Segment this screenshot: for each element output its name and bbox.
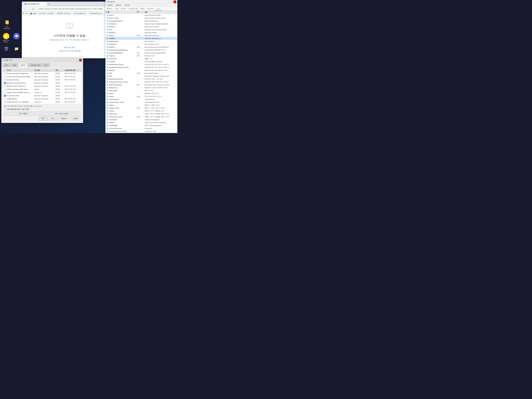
tm-maximize-btn[interactable]: □ <box>171 0 173 3</box>
header-date[interactable]: 사용 중단한 날짜 <box>65 69 81 71</box>
sysconfig-tab-boot[interactable]: 부팅 <box>10 63 18 67</box>
bookmark-naver[interactable]: N 네이버 :: 나의 경쟁... <box>38 12 55 15</box>
tm-service-row[interactable]: CaptureServiceCaptureService <box>105 98 177 101</box>
tm-service-row[interactable]: AdobeUpdateServiceAdobeUpdateService <box>105 19 177 22</box>
svc-checkbox[interactable] <box>4 89 6 90</box>
tm-service-row[interactable]: AssignedAccessManagerSvcAssignedAccessMa… <box>105 49 177 51</box>
help-btn[interactable]: 도움말 <box>70 117 80 120</box>
tm-tab-users[interactable]: 사용자 <box>139 7 146 10</box>
tm-service-row[interactable]: ALGApplication Layer Gateway Service <box>105 28 177 31</box>
chrome-tab-active[interactable]: G www.google.com ✕ <box>23 2 47 6</box>
tm-menu-file[interactable]: 파일(F) <box>107 4 113 6</box>
tm-service-row[interactable]: bthservBluetooth 지원 서비스 <box>105 92 177 95</box>
svc-checkbox[interactable] <box>4 85 6 87</box>
chrome-forward-btn[interactable]: → <box>27 7 31 11</box>
tm-service-row[interactable]: BthAvctpSvcAVCTP 서비스 <box>105 89 177 92</box>
tm-service-row[interactable]: ClipSVCClient License Service (ClipSVC) <box>105 121 177 124</box>
hide-ms-label[interactable]: 모든 Microsoft 서비스 숨기기(H) <box>6 108 29 110</box>
tm-close-btn[interactable]: ✕ <box>174 0 176 3</box>
bookmark-apps[interactable]: 앱 <box>25 12 28 15</box>
svc-config-row[interactable]: Function Discovery Resource Public...Mic… <box>3 75 82 78</box>
tm-tab-performance[interactable]: 성능 <box>114 7 120 10</box>
sysconfig-tab-tools[interactable]: 도구 <box>42 63 50 67</box>
tm-service-row[interactable]: CDPSvc연결된 디바이스 플랫폼 서비스 <box>105 109 177 112</box>
tm-service-row[interactable]: AppIDSvcApplication Identity <box>105 31 177 34</box>
tm-service-row[interactable]: CDPUserSvc연결된 디바이스 플랫폼 사용자 서비스 <box>105 112 177 115</box>
network-diag-link[interactable]: 네트워크 진단 프로그램 실행 <box>59 50 81 52</box>
tm-service-row[interactable]: ConsentUxUserSvc_34141ConsentUX_34141 <box>105 130 177 133</box>
tm-service-row[interactable]: CoreMessagingRegistrar1732CoreMessaging <box>105 133 177 133</box>
cancel-btn[interactable]: 취소 <box>48 117 57 120</box>
tm-tab-startup[interactable]: 시작프로그램 <box>127 7 139 10</box>
tm-menu-options[interactable]: 옵션(O) <box>115 4 122 6</box>
svc-config-row[interactable]: File History ServiceMicrosoft Corporatio… <box>3 78 82 81</box>
tm-service-row[interactable]: BFE2108Base Filtering Engine <box>105 72 177 75</box>
dns-link[interactable]: DNS 설정 확인 <box>64 46 75 49</box>
tm-service-row[interactable]: Appinfo4200Application Information <box>105 34 177 37</box>
header-status[interactable]: 상태 <box>55 69 65 71</box>
hide-ms-checkbox[interactable] <box>4 108 6 110</box>
tm-header-name[interactable]: 이름 <box>107 11 137 13</box>
svc-checkbox[interactable] <box>4 82 6 84</box>
tm-service-row[interactable]: COMSysAppCOM+ System Application <box>105 124 177 127</box>
tm-service-row[interactable]: cbdhsvc클립보드 사용자 서비스 <box>105 104 177 107</box>
svc-config-row[interactable]: Group Policy ClientMicrosoft Corporation… <box>3 94 82 97</box>
tm-service-row[interactable]: BITSBackground Intelligent Transfer Serv… <box>105 75 177 78</box>
chrome-tab-close-btn[interactable]: ✕ <box>43 3 45 5</box>
enable-all-btn[interactable]: 모두 사용(E) <box>4 112 42 116</box>
tm-service-row[interactable]: AppMgmtApplication Management <box>105 37 177 40</box>
tm-menu-view[interactable]: 보기(V) <box>124 4 130 6</box>
bookmark-twitch[interactable]: 📺 Twitch <box>29 12 38 15</box>
bookmark-lol[interactable]: 리그오브레전드 (L... <box>73 12 88 15</box>
svc-config-row[interactable]: Google 업데이트 서비스 (gupdate)Google Inc중지됨20… <box>3 100 82 104</box>
svc-config-row[interactable]: GraphicsPerfSvcMicrosoft Corporation중지됨2… <box>3 97 82 100</box>
tm-tab-services[interactable]: 서비스 <box>155 7 162 10</box>
svc-checkbox[interactable] <box>4 76 6 78</box>
svc-checkbox[interactable] <box>4 95 6 97</box>
desktop-icon-video[interactable]: 🎬 <box>2 45 11 52</box>
tm-service-row[interactable]: AppXSvc3032AppX Deployment Service (AppX… <box>105 46 177 49</box>
svc-checkbox[interactable] <box>4 92 6 93</box>
sysconfig-tab-services[interactable]: 서비스 <box>18 63 28 67</box>
tm-service-row[interactable]: BDESVCBitLocker Drive Encryption Service <box>105 69 177 72</box>
ok-btn[interactable]: 확인 <box>39 117 47 120</box>
tm-tab-apphistory[interactable]: 앱 기록 <box>120 7 127 10</box>
desktop-icon-potplayer[interactable]: ▶ 팟플레이어64 비트 <box>2 33 11 43</box>
tm-tab-details[interactable]: 세부 정보 <box>146 7 155 10</box>
apply-btn[interactable]: 적용(A) <box>58 117 69 120</box>
tm-service-row[interactable]: CertPropSvcCertificate Propagation <box>105 118 177 121</box>
tm-service-row[interactable]: Audiosrv1264Windows Audio <box>105 54 177 57</box>
chrome-new-tab-btn[interactable]: + <box>47 2 51 6</box>
tm-service-row[interactable]: BTAGServiceBluetooth 오디오 게이트웨이 서비스 <box>105 86 177 89</box>
tm-service-row[interactable]: autotimesvc셀룰러 시간 <box>105 57 177 60</box>
svc-checkbox[interactable] <box>4 98 6 100</box>
svc-checkbox[interactable] <box>4 79 6 81</box>
tm-service-row[interactable]: BcastDVRUserService_34141GameDVR 및 브로드캐스… <box>105 66 177 69</box>
tm-service-row[interactable]: AudioEndpointBuilder1512Windows Audio En… <box>105 51 177 54</box>
tm-service-row[interactable]: cbdhsvc_341411816클립보드 사용자 서비스_34141 <box>105 107 177 109</box>
tm-service-row[interactable]: BluetoothUserService_34141Bluetooth 사용자 … <box>105 81 177 83</box>
chrome-address-bar[interactable]: ℹ google.com/search?q=컴퓨터+본체+갤러리&oq=컴퓨터+… <box>36 7 116 11</box>
tm-service-row[interactable]: AppVClientMicrosoft App-V Client <box>105 43 177 46</box>
sysconfig-tab-general[interactable]: 일반 <box>2 63 10 67</box>
desktop-icon-discord[interactable]: 💬 <box>12 33 21 40</box>
svc-config-row[interactable]: NVIDIA FrameView SDK serviceNVIDIA중지됨202… <box>3 88 82 91</box>
chrome-back-btn[interactable]: ← <box>23 7 26 11</box>
tm-service-row[interactable]: BrokerInfrastructure800Background Tasks … <box>105 83 177 86</box>
svc-config-row[interactable]: Function Discovery Provider HostMicrosof… <box>3 72 82 75</box>
sysconfig-tab-startup[interactable]: 시작프로그램 <box>28 63 42 67</box>
tm-service-row[interactable]: AarSvcAgent Activation Runtime <box>105 14 177 17</box>
tm-service-row[interactable]: AarSvc_34141Agent Activation Runtime_341… <box>105 17 177 19</box>
desktop-icon-folder[interactable]: 📁 <box>12 45 21 52</box>
svc-checkbox[interactable] <box>4 73 6 74</box>
tm-service-row[interactable]: AJRouterAllJoyn Router Service <box>105 25 177 28</box>
svc-checkbox[interactable] <box>4 101 6 103</box>
tm-header-desc[interactable]: 설명 <box>145 11 176 13</box>
tm-service-row[interactable]: camsvc4168기능 액세스 관리자 서비스 <box>105 95 177 98</box>
tm-service-row[interactable]: AppReadinessApp Readiness <box>105 40 177 43</box>
disable-all-btn[interactable]: 모두 사용 안 함(D) <box>43 112 80 116</box>
tm-header-pid[interactable]: PID <box>137 11 145 13</box>
tm-service-row[interactable]: CaptureService_34141CaptureService_34141 <box>105 101 177 104</box>
tm-service-row[interactable]: BcastDVRUserServiceGameDVR 및 브로드캐스트 사용자 … <box>105 63 177 66</box>
tm-tab-process[interactable]: 프로세스 <box>105 7 114 10</box>
